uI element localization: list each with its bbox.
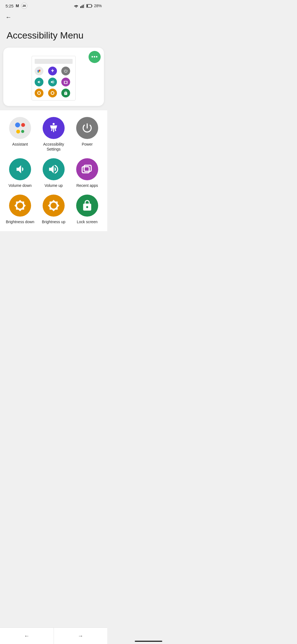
svg-rect-16 [84,165,91,171]
action-label-volume-down: Volume down [9,183,32,188]
page-title-area: Accessibility Menu [0,24,107,48]
back-button[interactable]: ← [0,10,107,24]
lock-screen-circle [76,195,98,217]
brightness-down-circle [9,195,31,217]
mini-item-bright-down [35,89,43,97]
volume-up-icon [48,163,60,175]
action-label-lock-screen: Lock screen [77,219,97,224]
power-circle [76,117,98,139]
action-item-accessibility[interactable]: Accessibility Settings [38,117,69,152]
power-icon [81,122,93,134]
svg-rect-2 [83,5,84,8]
assistant-circle [9,117,31,139]
svg-point-14 [53,123,54,125]
action-grid: Assistant Accessibility Settings Power [4,117,103,225]
action-item-power[interactable]: Power [72,117,103,152]
preview-card: ••• [3,48,104,106]
assistant-icon [14,122,26,134]
svg-rect-13 [65,81,67,83]
action-label-volume-up: Volume up [45,183,63,188]
action-label-accessibility: Accessibility Settings [38,142,69,152]
action-item-volume-up[interactable]: Volume up [38,158,69,188]
volume-down-circle [9,158,31,180]
mini-grid-header [35,59,73,64]
action-label-recent-apps: Recent apps [76,183,98,188]
volume-down-icon [14,163,26,175]
status-left: 5:25 M 28 [6,3,27,9]
signal-icon [80,4,85,8]
brightness-up-icon [48,200,60,212]
svg-point-10 [38,72,39,73]
mini-item-power [61,67,70,75]
back-arrow-icon: ← [6,14,12,21]
notif-badge: 28 [21,3,27,9]
recent-apps-circle [76,158,98,180]
action-item-brightness-down[interactable]: Brightness down [4,195,36,224]
main-section: Assistant Accessibility Settings Power [0,110,107,231]
mini-item-vol-up [48,78,57,86]
action-label-assistant: Assistant [12,142,28,147]
brightness-up-circle [43,195,65,217]
svg-point-9 [39,71,40,72]
gmail-icon: M [16,4,19,8]
svg-rect-5 [92,5,92,7]
more-button[interactable]: ••• [89,51,101,63]
svg-rect-0 [80,6,81,8]
svg-rect-3 [84,4,85,8]
action-label-brightness-down: Brightness down [6,219,34,224]
status-right: 28% [74,4,102,8]
mini-grid-container [32,56,76,100]
action-label-power: Power [82,142,93,147]
accessibility-icon [48,122,60,134]
wifi-icon [74,4,79,8]
mini-item-assistant [35,67,43,75]
more-dots-icon: ••• [91,54,98,60]
status-bar: 5:25 M 28 28% [0,0,107,10]
battery-percent: 28% [94,4,102,8]
action-item-volume-down[interactable]: Volume down [4,158,36,188]
svg-point-11 [52,69,53,70]
status-time: 5:25 [6,4,13,8]
mini-grid [35,67,73,97]
svg-rect-15 [82,167,89,173]
svg-rect-1 [81,6,82,8]
svg-rect-6 [87,5,88,7]
recent-apps-icon [81,163,93,175]
lock-screen-icon [81,200,93,212]
mini-preview [9,53,98,100]
brightness-down-icon [14,200,26,212]
page-title: Accessibility Menu [7,30,84,40]
action-item-assistant[interactable]: Assistant [4,117,36,152]
battery-icon [86,4,92,8]
action-item-lock-screen[interactable]: Lock screen [72,195,103,224]
mini-item-recent [61,78,70,86]
mini-item-accessibility [48,67,57,75]
action-label-brightness-up: Brightness up [42,219,65,224]
volume-up-circle [43,158,65,180]
action-item-recent-apps[interactable]: Recent apps [72,158,103,188]
accessibility-circle [43,117,65,139]
mini-item-lock [61,89,70,97]
action-item-brightness-up[interactable]: Brightness up [38,195,69,224]
mini-item-vol-down [35,78,43,86]
mini-item-bright-up [48,89,57,97]
